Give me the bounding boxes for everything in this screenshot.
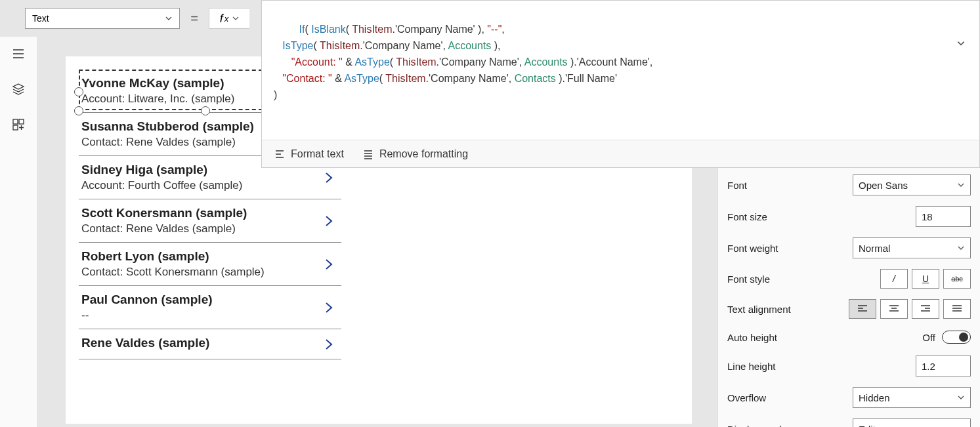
underline-button[interactable]: U: [912, 269, 939, 289]
format-text-button[interactable]: Format text: [274, 148, 344, 160]
displaymode-label: Display mode: [727, 424, 845, 428]
selection-handle[interactable]: [74, 106, 83, 115]
chevron-right-icon[interactable]: [322, 171, 336, 185]
lineheight-label: Line height: [727, 361, 908, 372]
fontweight-label: Font weight: [727, 243, 845, 254]
align-center-button[interactable]: [880, 299, 908, 319]
chevron-right-icon[interactable]: [322, 337, 336, 352]
gallery-item-subtitle: Contact: Scott Konersmann (sample): [81, 266, 336, 279]
fontsize-input[interactable]: 18: [916, 206, 971, 227]
gallery-item[interactable]: Rene Valdes (sample): [79, 329, 341, 359]
property-dropdown[interactable]: Text: [25, 8, 180, 29]
align-justify-button[interactable]: [943, 299, 971, 319]
fontstyle-group: / U abc: [880, 269, 971, 289]
align-label: Text alignment: [727, 304, 841, 315]
gallery-item-title: Scott Konersmann (sample): [81, 206, 336, 220]
remove-format-icon: [362, 148, 374, 160]
gallery-item[interactable]: Scott Konersmann (sample)Contact: Rene V…: [79, 199, 341, 243]
displaymode-dropdown[interactable]: Edit: [853, 418, 971, 427]
overflow-value: Hidden: [859, 392, 890, 403]
fontsize-label: Font size: [727, 211, 908, 222]
layers-icon[interactable]: [12, 83, 25, 96]
chevron-down-icon: [957, 244, 965, 252]
formula-code[interactable]: If( IsBlank( ThisItem.'Company Name' ), …: [262, 1, 979, 140]
gallery-item[interactable]: Robert Lyon (sample)Contact: Scott Koner…: [79, 243, 341, 286]
align-group: [849, 299, 971, 319]
strikethrough-button[interactable]: abc: [943, 269, 971, 289]
gallery-item-title: Robert Lyon (sample): [81, 249, 336, 264]
chevron-right-icon[interactable]: [322, 257, 336, 272]
fontstyle-label: Font style: [727, 274, 872, 285]
formula-toolbar: Format text Remove formatting: [262, 140, 979, 167]
chevron-right-icon[interactable]: [322, 300, 336, 315]
format-text-label: Format text: [291, 148, 344, 160]
overflow-label: Overflow: [727, 392, 845, 403]
svg-rect-2: [13, 125, 18, 130]
font-label: Font: [727, 180, 845, 191]
autoheight-state: Off: [922, 332, 935, 343]
fontweight-dropdown[interactable]: Normal: [853, 237, 971, 258]
formula-expand-icon[interactable]: [956, 6, 974, 81]
fontweight-value: Normal: [859, 243, 890, 254]
hamburger-icon[interactable]: [12, 47, 25, 60]
gallery-item-subtitle: --: [81, 309, 336, 322]
selection-handle[interactable]: [201, 106, 210, 115]
left-rail: [0, 37, 37, 427]
svg-rect-1: [19, 119, 24, 124]
chevron-right-icon[interactable]: [322, 214, 336, 228]
displaymode-value: Edit: [859, 424, 876, 428]
gallery-item-title: Rene Valdes (sample): [81, 336, 336, 350]
property-dropdown-label: Text: [32, 13, 49, 24]
chevron-down-icon: [957, 394, 965, 401]
autoheight-toggle[interactable]: [942, 331, 971, 344]
equals-sign: =: [180, 11, 209, 26]
font-dropdown[interactable]: Open Sans: [853, 174, 971, 195]
gallery-item-subtitle: Account: Fourth Coffee (sample): [81, 179, 336, 192]
chevron-down-icon: [232, 15, 239, 22]
italic-button[interactable]: /: [880, 269, 908, 289]
chevron-down-icon: [957, 181, 965, 189]
lineheight-input[interactable]: 1.2: [916, 356, 971, 376]
chevron-down-icon: [165, 14, 173, 22]
selection-handle[interactable]: [74, 87, 83, 96]
align-right-button[interactable]: [912, 299, 939, 319]
remove-formatting-label: Remove formatting: [379, 148, 468, 160]
gallery-item-title: Paul Cannon (sample): [81, 293, 336, 307]
fx-button[interactable]: fx: [209, 8, 249, 29]
insert-icon[interactable]: [12, 118, 25, 131]
gallery-item-subtitle: Contact: Rene Valdes (sample): [81, 222, 336, 235]
gallery-item[interactable]: Paul Cannon (sample)--: [79, 286, 341, 329]
formula-editor: If( IsBlank( ThisItem.'Company Name' ), …: [261, 0, 980, 168]
autoheight-label: Auto height: [727, 332, 914, 343]
remove-formatting-button[interactable]: Remove formatting: [362, 148, 468, 160]
overflow-dropdown[interactable]: Hidden: [853, 387, 971, 408]
svg-rect-0: [13, 119, 18, 124]
align-left-button[interactable]: [849, 299, 876, 319]
format-icon: [274, 148, 286, 160]
font-dropdown-value: Open Sans: [859, 180, 908, 191]
